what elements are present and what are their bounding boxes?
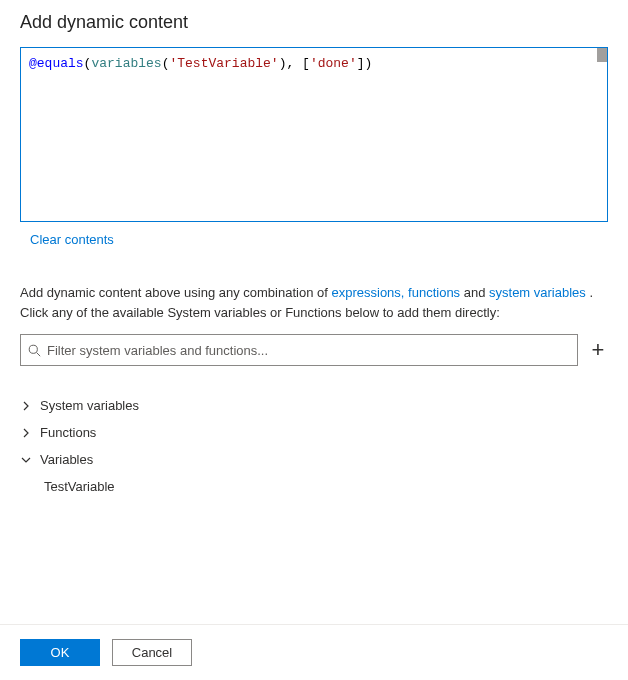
filter-input[interactable] [47, 335, 577, 365]
page-title: Add dynamic content [20, 12, 608, 33]
system-variables-link[interactable]: system variables [489, 285, 586, 300]
help-text: Add dynamic content above using any comb… [20, 283, 608, 322]
search-icon [21, 344, 47, 357]
chevron-right-icon [20, 427, 32, 439]
svg-point-0 [29, 345, 37, 353]
section-label: Variables [40, 452, 93, 467]
chevron-down-icon [20, 454, 32, 466]
section-system-variables[interactable]: System variables [20, 392, 608, 419]
expression-editor[interactable]: @equals(variables('TestVariable'), ['don… [20, 47, 608, 222]
section-variables[interactable]: Variables [20, 446, 608, 473]
cancel-button[interactable]: Cancel [112, 639, 192, 666]
section-functions[interactable]: Functions [20, 419, 608, 446]
filter-input-container[interactable] [20, 334, 578, 366]
ok-button[interactable]: OK [20, 639, 100, 666]
chevron-right-icon [20, 400, 32, 412]
expressions-functions-link[interactable]: expressions, functions [331, 285, 460, 300]
footer: OK Cancel [0, 624, 628, 680]
variable-item[interactable]: TestVariable [20, 473, 608, 500]
clear-contents-link[interactable]: Clear contents [30, 232, 114, 247]
add-button[interactable]: + [588, 340, 608, 360]
section-label: System variables [40, 398, 139, 413]
section-label: Functions [40, 425, 96, 440]
svg-line-1 [36, 352, 40, 356]
